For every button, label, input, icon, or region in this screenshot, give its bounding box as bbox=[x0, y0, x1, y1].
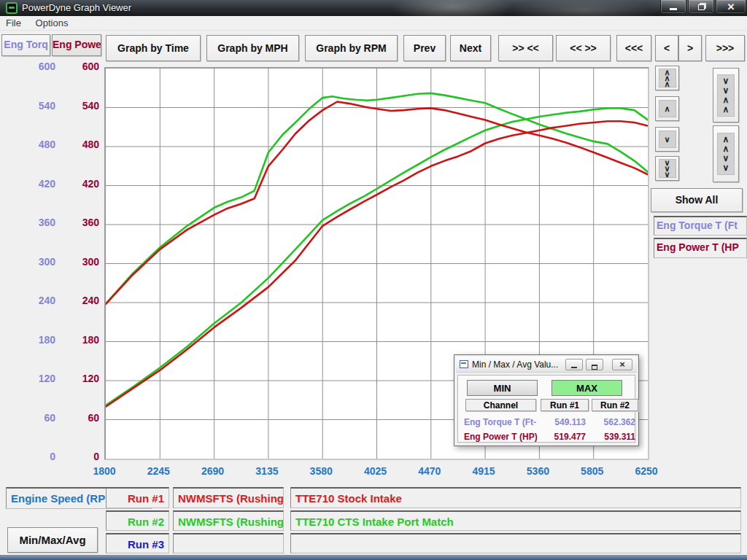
title-bar[interactable]: PowerDyne Graph Viewer ✕ bbox=[0, 0, 747, 16]
dialog-maximize-button[interactable] bbox=[586, 359, 603, 370]
column-header-run2[interactable]: Run #2 bbox=[592, 399, 638, 411]
minmax-dialog-body: MIN MAX Channel Run #1 Run #2 Eng Torque… bbox=[457, 375, 635, 443]
y-tick-label: 120 bbox=[58, 373, 99, 386]
dialog-close-button[interactable]: × bbox=[612, 359, 632, 370]
x-tick-label: 2245 bbox=[129, 465, 187, 478]
zoom-out-x-button[interactable]: << >> bbox=[556, 35, 611, 61]
y-scroll-page-down-button[interactable]: ∨∨∨ bbox=[655, 156, 679, 181]
scroll-forward-button[interactable]: > bbox=[678, 35, 702, 61]
channel-button-eng-power[interactable]: Eng Powe bbox=[52, 34, 101, 56]
minmax-dialog-title: Min / Max / Avg Valu... bbox=[472, 359, 558, 370]
x-tick-label: 4470 bbox=[400, 465, 459, 478]
column-header-channel[interactable]: Channel bbox=[465, 399, 536, 411]
run3-description bbox=[290, 533, 741, 553]
expand-vertical-icon: ∧∧∨∨ bbox=[717, 133, 735, 175]
minmaxavg-button[interactable]: Min/Max/Avg bbox=[7, 527, 98, 553]
show-all-button[interactable]: Show All bbox=[651, 188, 743, 212]
run3-label: Run #3 bbox=[106, 533, 169, 553]
run1-description: TTE710 Stock Intake bbox=[290, 487, 741, 508]
x-tick-label: 5805 bbox=[563, 465, 622, 478]
next-button[interactable]: Next bbox=[450, 35, 491, 61]
y-tick-label: 240 bbox=[15, 295, 55, 308]
run2-description: TTE710 CTS Intake Port Match bbox=[290, 510, 741, 531]
y-scroll-down-button[interactable]: ∨ bbox=[655, 127, 679, 152]
scroll-first-button[interactable]: <<< bbox=[616, 35, 651, 61]
dialog-minimize-button[interactable] bbox=[565, 359, 583, 370]
graph-by-time-button[interactable]: Graph by Time bbox=[106, 35, 201, 61]
minmax-row-power-run2-value: 539.311 bbox=[592, 432, 635, 442]
triple-chevron-down-icon: ∨∨∨ bbox=[659, 159, 676, 178]
scroll-back-button[interactable]: < bbox=[655, 35, 678, 61]
y-zoom-out-button[interactable]: ∧∧∨∨ bbox=[713, 125, 739, 182]
triple-chevron-up-icon: ∧∧∧ bbox=[659, 69, 676, 88]
y-tick-label: 480 bbox=[15, 139, 55, 152]
x-tick-label: 3135 bbox=[238, 465, 296, 478]
run3-file-label bbox=[173, 533, 284, 553]
prev-button[interactable]: Prev bbox=[403, 35, 446, 61]
dialog-close-icon: × bbox=[619, 359, 625, 370]
x-tick-label: 6250 bbox=[617, 465, 676, 478]
max-toggle-button[interactable]: MAX bbox=[551, 380, 622, 396]
chevron-up-icon: ∧ bbox=[659, 100, 676, 117]
minmax-dialog-titlebar[interactable]: Min / Max / Avg Valu... × bbox=[456, 357, 637, 373]
power-channel-label[interactable]: Eng Power T (HP bbox=[654, 238, 747, 258]
y-tick-label: 60 bbox=[58, 412, 99, 425]
graph-by-mph-button[interactable]: Graph by MPH bbox=[206, 35, 299, 61]
channel-button-eng-torque[interactable]: Eng Torq bbox=[1, 34, 50, 56]
x-tick-label: 1800 bbox=[75, 465, 133, 478]
window-title: PowerDyne Graph Viewer bbox=[22, 2, 131, 13]
minimize-icon bbox=[670, 8, 677, 10]
y-tick-label: 540 bbox=[58, 100, 99, 113]
y-tick-label: 360 bbox=[15, 217, 55, 230]
y-tick-label: 420 bbox=[15, 178, 55, 191]
x-tick-label: 3580 bbox=[292, 465, 350, 478]
torque-channel-label[interactable]: Eng Torque T (Ft bbox=[654, 216, 747, 236]
menu-bar: File Options bbox=[0, 16, 747, 31]
collapse-vertical-icon: ∨∨∧∧ bbox=[717, 74, 735, 117]
run1-label: Run #1 bbox=[106, 487, 169, 508]
y-tick-label: 300 bbox=[15, 256, 55, 269]
y-tick-label: 420 bbox=[58, 178, 99, 191]
x-tick-label: 2690 bbox=[184, 465, 242, 478]
y-tick-label: 180 bbox=[58, 334, 99, 347]
run2-file-label: NWMSFTS (Rushing, bbox=[173, 510, 284, 531]
dialog-minimize-icon bbox=[571, 367, 577, 368]
y-zoom-in-button[interactable]: ∨∨∧∧ bbox=[713, 68, 739, 122]
graph-by-rpm-button[interactable]: Graph by RPM bbox=[305, 35, 398, 61]
y-tick-label: 480 bbox=[58, 139, 99, 152]
dialog-maximize-icon bbox=[592, 365, 597, 370]
min-toggle-button[interactable]: MIN bbox=[467, 380, 538, 396]
y-tick-label: 360 bbox=[58, 217, 99, 230]
minmax-dialog: Min / Max / Avg Valu... × MIN MAX Channe… bbox=[454, 354, 639, 446]
scroll-last-button[interactable]: >>> bbox=[705, 35, 745, 61]
y-tick-label: 120 bbox=[15, 373, 55, 386]
close-icon: ✕ bbox=[727, 1, 735, 12]
y-tick-label: 240 bbox=[58, 295, 99, 308]
restore-icon bbox=[698, 4, 705, 10]
column-header-run1[interactable]: Run #1 bbox=[541, 399, 589, 411]
y-scroll-up-button[interactable]: ∧ bbox=[655, 96, 679, 121]
powerdyne-window: PowerDyne Graph Viewer ✕ File Options En… bbox=[0, 0, 747, 560]
y-tick-label: 600 bbox=[15, 61, 55, 74]
app-icon bbox=[6, 2, 18, 14]
y-scroll-page-up-button[interactable]: ∧∧∧ bbox=[655, 66, 679, 90]
x-tick-label: 4025 bbox=[347, 465, 405, 478]
minmax-row-power-channel: Eng Power T (HP) bbox=[464, 432, 538, 442]
x-tick-label: 4915 bbox=[454, 465, 513, 478]
run2-label: Run #2 bbox=[106, 510, 169, 531]
zoom-in-x-button[interactable]: >> << bbox=[498, 35, 553, 61]
run1-file-label: NWMSFTS (Rushing, bbox=[173, 487, 284, 508]
y-tick-label: 600 bbox=[58, 61, 99, 74]
minmax-row-torque-channel: Eng Torque T (Ft- bbox=[464, 417, 536, 427]
chevron-down-icon: ∨ bbox=[659, 131, 676, 148]
menu-file[interactable]: File bbox=[0, 16, 27, 30]
minmax-row-torque-run1-value: 549.113 bbox=[541, 417, 586, 427]
y-tick-label: 0 bbox=[58, 451, 99, 464]
restore-button[interactable] bbox=[688, 0, 714, 14]
minimize-button[interactable] bbox=[660, 0, 686, 14]
menu-options[interactable]: Options bbox=[30, 16, 74, 30]
y-tick-label: 0 bbox=[15, 451, 55, 464]
close-button[interactable]: ✕ bbox=[716, 0, 746, 14]
y-tick-label: 180 bbox=[15, 334, 55, 347]
y-tick-label: 540 bbox=[15, 100, 55, 113]
